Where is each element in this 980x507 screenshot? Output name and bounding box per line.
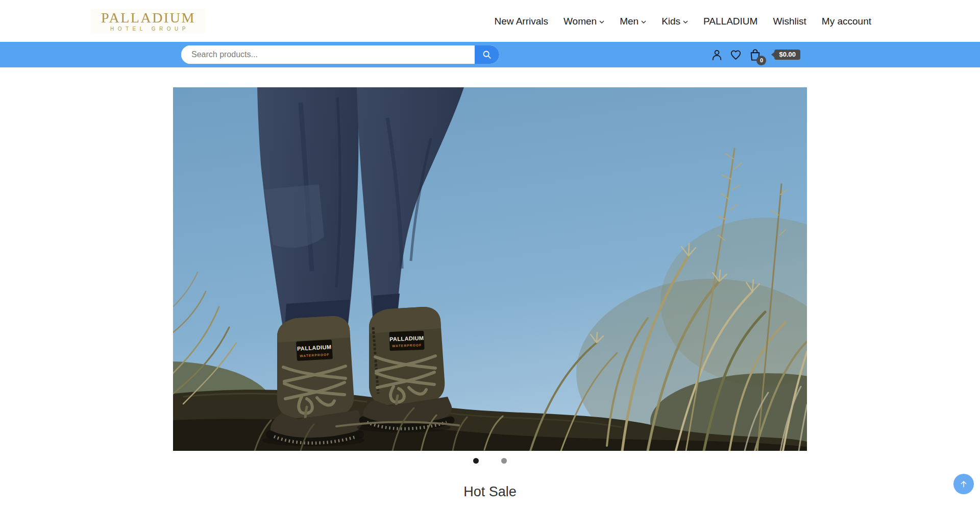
arrow-up-icon: [959, 479, 969, 489]
logo-tagline: HOTEL GROUP: [107, 26, 189, 32]
nav-item-women[interactable]: Women: [564, 16, 604, 26]
nav-item-men[interactable]: Men: [620, 16, 646, 26]
nav-label: PALLADIUM: [703, 16, 757, 26]
nav-label: New Arrivals: [494, 16, 548, 26]
chevron-down-icon: [641, 20, 646, 23]
scroll-to-top-button[interactable]: [953, 474, 974, 494]
cart-button[interactable]: 0: [748, 48, 762, 62]
hero-image: PALLADIUM WATERPROOF: [173, 87, 807, 451]
search-button[interactable]: [475, 45, 499, 64]
nav-label: Wishlist: [773, 16, 806, 26]
carousel-dot-2[interactable]: [501, 458, 507, 464]
logo-text: PALLADIUM: [101, 10, 195, 25]
nav-item-wishlist[interactable]: Wishlist: [773, 16, 806, 26]
search-input[interactable]: [181, 45, 475, 64]
nav-item-my-account[interactable]: My account: [822, 16, 871, 26]
nav-item-new-arrivals[interactable]: New Arrivals: [494, 16, 548, 26]
heart-icon: [729, 49, 742, 61]
header-action-icons: 0 $0.00: [710, 48, 800, 62]
cart-total: $0.00: [774, 50, 800, 60]
search-icon: [481, 49, 493, 60]
hero-right-boot: PALLADIUM WATERPROOF: [357, 307, 452, 432]
utility-bar: 0 $0.00: [0, 42, 980, 67]
section-title-hot-sale: Hot Sale: [0, 484, 980, 500]
hero-left-boot: PALLADIUM WATERPROOF: [262, 316, 364, 446]
wishlist-button[interactable]: [729, 49, 742, 61]
nav-label: Women: [564, 16, 597, 26]
nav-label: Kids: [662, 16, 680, 26]
carousel-dot-1[interactable]: [473, 458, 479, 464]
carousel-dots: [173, 458, 807, 464]
cart-count-badge: 0: [756, 56, 766, 65]
nav-item-kids[interactable]: Kids: [662, 16, 688, 26]
account-button[interactable]: [710, 49, 723, 61]
nav-label: My account: [822, 16, 871, 26]
cart-total-amount: $0.00: [779, 51, 796, 58]
site-logo[interactable]: PALLADIUM HOTEL GROUP: [91, 9, 206, 33]
chevron-down-icon: [683, 20, 688, 23]
nav-label: Men: [620, 16, 639, 26]
main-nav: New Arrivals Women Men Kids PALLADIUM Wi…: [494, 16, 871, 26]
nav-item-palladium[interactable]: PALLADIUM: [703, 16, 757, 26]
search-form: [181, 45, 499, 64]
user-icon: [710, 49, 723, 61]
hero-carousel: PALLADIUM WATERPROOF: [173, 87, 807, 464]
chevron-down-icon: [599, 20, 604, 23]
boot-label-text: PALLADIUM: [389, 335, 424, 342]
site-header: PALLADIUM HOTEL GROUP New Arrivals Women…: [0, 0, 980, 42]
